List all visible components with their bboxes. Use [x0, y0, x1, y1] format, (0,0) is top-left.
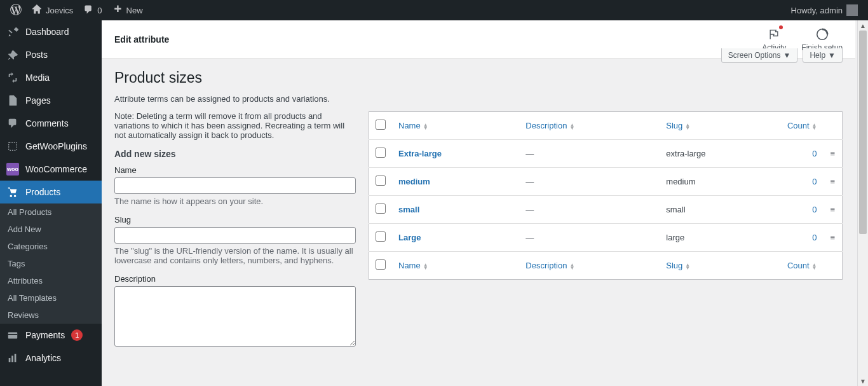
col-count-header[interactable]: Count▲▼: [779, 112, 824, 140]
select-all-checkbox[interactable]: [376, 120, 386, 130]
select-all-footer[interactable]: [369, 252, 393, 280]
menu-analytics[interactable]: Analytics: [0, 347, 102, 369]
topbar-title: Edit attribute: [114, 34, 169, 45]
avatar: [846, 4, 858, 16]
new-label: New: [126, 6, 143, 15]
submenu-all-templates[interactable]: All Templates: [0, 289, 102, 307]
submenu-add-new[interactable]: Add New: [0, 221, 102, 238]
payments-icon: [6, 329, 19, 341]
term-name-link[interactable]: small: [398, 205, 419, 214]
submenu-attributes[interactable]: Attributes: [0, 272, 102, 289]
term-count-link[interactable]: 0: [812, 233, 817, 242]
scroll-up-icon[interactable]: ▲: [858, 20, 868, 31]
name-input[interactable]: [114, 177, 356, 194]
scroll-down-icon[interactable]: ▼: [858, 376, 868, 386]
comment-icon: [83, 4, 93, 17]
slug-input[interactable]: [114, 227, 356, 244]
svg-rect-2: [8, 334, 17, 335]
term-name-link[interactable]: Extra-large: [398, 149, 442, 158]
drag-handle[interactable]: ≡: [824, 168, 843, 196]
col-handle-footer: [824, 252, 843, 280]
screen-options-tab[interactable]: Screen Options ▼: [721, 48, 798, 63]
term-name-link[interactable]: Large: [398, 233, 421, 242]
term-count-link[interactable]: 0: [812, 205, 817, 214]
slug-helper: The "slug" is the URL-friendly version o…: [114, 246, 356, 265]
row-checkbox[interactable]: [376, 203, 386, 214]
col-slug-footer[interactable]: Slug▲▼: [660, 252, 778, 280]
menu-woocommerce[interactable]: wooWooCommerce: [0, 158, 102, 181]
drag-handle[interactable]: ≡: [824, 224, 843, 252]
table-row: Large—large0≡: [369, 224, 843, 252]
help-tab[interactable]: Help ▼: [803, 48, 843, 63]
user-account-link[interactable]: Howdy, admin: [786, 0, 863, 20]
scroll-thumb[interactable]: [859, 31, 867, 234]
col-description-footer[interactable]: Description▲▼: [519, 252, 660, 280]
table-row: medium—medium0≡: [369, 168, 843, 196]
wp-logo[interactable]: [5, 0, 27, 20]
products-submenu: All Products Add New Categories Tags Att…: [0, 203, 102, 324]
col-slug-header[interactable]: Slug▲▼: [660, 112, 778, 140]
col-name-footer[interactable]: Name▲▼: [392, 252, 519, 280]
row-checkbox[interactable]: [376, 176, 386, 186]
terms-table: Name▲▼ Description▲▼ Slug▲▼ Count▲▼ Extr…: [369, 111, 843, 280]
menu-dashboard[interactable]: Dashboard: [0, 20, 102, 43]
home-icon: [32, 4, 42, 17]
col-count-footer[interactable]: Count▲▼: [779, 252, 824, 280]
term-count-link[interactable]: 0: [812, 149, 817, 158]
svg-rect-0: [9, 142, 17, 151]
term-description: —: [519, 168, 660, 196]
row-checkbox[interactable]: [376, 231, 386, 242]
sort-icon: ▲▼: [423, 123, 428, 130]
svg-rect-4: [11, 355, 13, 362]
menu-media[interactable]: Media: [0, 66, 102, 89]
menu-posts[interactable]: Posts: [0, 43, 102, 66]
menu-products[interactable]: Products: [0, 181, 102, 203]
term-name-link[interactable]: medium: [398, 177, 430, 186]
select-all-checkbox-footer[interactable]: [376, 259, 386, 270]
progress-icon: [815, 27, 830, 42]
analytics-icon: [6, 352, 19, 364]
col-description-header[interactable]: Description▲▼: [519, 112, 660, 140]
term-slug: small: [660, 196, 778, 224]
site-home-link[interactable]: Joevics: [27, 0, 78, 20]
comments-link[interactable]: 0: [78, 0, 107, 20]
table-row: Extra-large—extra-large0≡: [369, 140, 843, 168]
sort-icon: ▲▼: [685, 123, 690, 130]
plugin-icon: [6, 140, 19, 153]
sort-icon: ▲▼: [569, 263, 574, 270]
comments-icon: [6, 117, 19, 130]
name-label: Name: [114, 165, 356, 175]
term-count-link[interactable]: 0: [812, 177, 817, 186]
submenu-reviews[interactable]: Reviews: [0, 307, 102, 324]
drag-handle[interactable]: ≡: [824, 140, 843, 168]
drag-handle[interactable]: ≡: [824, 196, 843, 224]
admin-bar: Joevics 0 New Howdy, admin: [0, 0, 868, 20]
form-title: Add new sizes: [114, 149, 356, 159]
flag-icon: [766, 27, 782, 42]
col-name-header[interactable]: Name▲▼: [392, 112, 519, 140]
term-slug: extra-large: [660, 140, 778, 168]
menu-payments[interactable]: Payments 1: [0, 324, 102, 347]
submenu-all-products[interactable]: All Products: [0, 203, 102, 221]
row-checkbox[interactable]: [376, 148, 386, 158]
payments-badge: 1: [71, 329, 83, 341]
submenu-tags[interactable]: Tags: [0, 255, 102, 272]
sort-icon: ▲▼: [423, 263, 428, 270]
menu-comments[interactable]: Comments: [0, 112, 102, 135]
new-content-link[interactable]: New: [107, 0, 148, 20]
menu-pages[interactable]: Pages: [0, 89, 102, 112]
dashboard-icon: [6, 25, 19, 38]
sort-icon: ▲▼: [812, 263, 817, 270]
term-slug: large: [660, 224, 778, 252]
woo-icon: woo: [6, 163, 19, 176]
pin-icon: [6, 48, 19, 61]
submenu-categories[interactable]: Categories: [0, 238, 102, 255]
term-slug: medium: [660, 168, 778, 196]
col-handle-header: [824, 112, 843, 140]
name-helper: The name is how it appears on your site.: [114, 196, 356, 206]
menu-getwooplugins[interactable]: GetWooPlugins: [0, 135, 102, 158]
note-text: Note: Deleting a term will remove it fro…: [114, 111, 356, 140]
description-input[interactable]: [114, 286, 356, 347]
scrollbar[interactable]: ▲ ▼: [857, 20, 868, 386]
select-all-header[interactable]: [369, 112, 393, 140]
